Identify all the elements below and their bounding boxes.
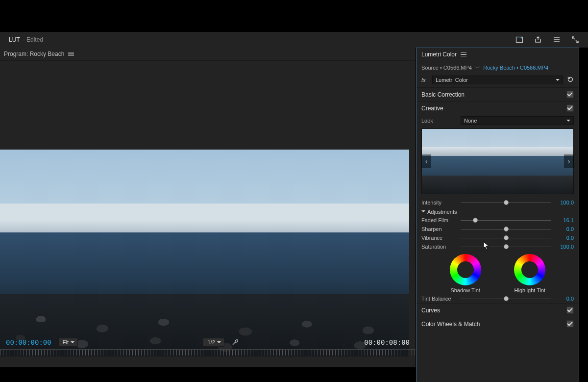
sharpen-label: Sharpen [421,226,457,232]
title-bar: LUT - Edited [0,32,588,48]
panel-menu-icon[interactable] [68,52,74,56]
look-select[interactable]: None [461,116,574,125]
new-item-icon[interactable] [515,36,523,44]
adjustments-header[interactable]: Adjustments [416,207,579,216]
tint-balance-slider[interactable] [461,296,551,302]
look-label: Look [421,118,457,124]
tint-balance-value[interactable]: 0.0 [555,296,574,302]
resolution-select[interactable]: 1/2 [203,338,224,347]
look-prev-button[interactable]: ‹ [421,154,431,168]
shadow-tint-label: Shadow Tint [450,287,480,293]
basic-correction-toggle[interactable] [566,91,574,98]
program-title: Program: Rocky Beach [4,51,64,57]
faded-film-value[interactable]: 16.1 [555,217,574,223]
zoom-select[interactable]: Fit [58,338,78,347]
curves-toggle[interactable] [566,306,574,314]
tint-balance-label: Tint Balance [421,296,457,302]
fx-badge-icon[interactable]: fx [421,77,428,83]
panel-menu-icon[interactable] [461,52,466,57]
sharpen-slider[interactable] [461,226,551,232]
svg-point-1 [521,37,522,39]
effect-select[interactable]: Lumetri Color [432,76,563,84]
intensity-label: Intensity [421,200,457,205]
caret-down-icon [421,210,425,214]
intensity-slider[interactable] [461,200,551,205]
vibrance-value[interactable]: 0.0 [555,235,574,241]
faded-film-label: Faded Film [421,217,457,223]
section-creative[interactable]: Creative [416,101,579,115]
saturation-slider[interactable] [461,244,551,250]
menu-icon[interactable] [553,36,561,44]
export-icon[interactable] [534,36,542,44]
fullscreen-icon[interactable] [571,36,579,44]
saturation-value[interactable]: 100.0 [555,244,574,250]
section-curves[interactable]: Curves [416,303,579,317]
source-clip-label: Source • C0566.MP4 ﹀ Rocky Beach • C0566… [416,61,579,75]
program-viewport[interactable] [0,150,409,357]
vibrance-slider[interactable] [461,235,551,241]
look-preview [421,128,574,194]
look-next-button[interactable]: › [564,154,574,168]
creative-toggle[interactable] [566,104,574,112]
faded-film-slider[interactable] [461,217,551,223]
sharpen-value[interactable]: 0.0 [555,226,574,232]
section-color-wheels[interactable]: Color Wheels & Match [416,317,579,331]
color-wheels-toggle[interactable] [566,320,574,328]
section-basic-correction[interactable]: Basic Correction [416,87,579,101]
wrench-icon[interactable] [231,338,239,346]
highlight-tint-label: Highlight Tint [514,287,546,293]
timecode-duration[interactable]: 00:00:08:00 [364,338,410,346]
intensity-value[interactable]: 100.0 [555,200,574,205]
shadow-tint-wheel[interactable] [450,254,481,285]
workspace-title: LUT [9,36,20,43]
program-monitor-panel: Program: Rocky Beach 00:00:00:00 Fit 1/2… [0,48,416,367]
lumetri-panel-title: Lumetri Color [421,51,457,58]
vibrance-label: Vibrance [421,235,457,241]
time-ruler[interactable] [0,349,416,356]
reset-icon[interactable] [567,76,574,84]
saturation-label: Saturation [421,244,457,250]
workspace-state: - Edited [23,36,43,43]
lumetri-color-panel: Lumetri Color Source • C0566.MP4 ﹀ Rocky… [416,48,579,382]
timecode-current[interactable]: 00:00:00:00 [6,338,51,346]
highlight-tint-wheel[interactable] [514,254,545,285]
